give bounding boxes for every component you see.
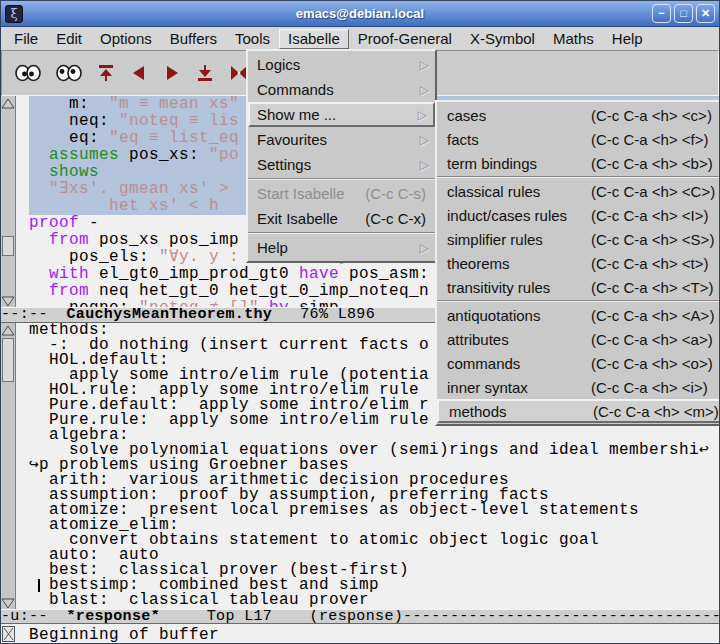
menu-item-shortcut: (C-c C-a <h> <a>) bbox=[591, 331, 713, 348]
modeline-flags: --:-- bbox=[1, 307, 66, 323]
submenu-item-attributes[interactable]: attributes(C-c C-a <h> <a>) bbox=[437, 327, 720, 351]
menu-item-label: methods bbox=[449, 403, 507, 420]
menu-separator bbox=[437, 300, 720, 302]
scroll-up-icon[interactable] bbox=[1, 323, 15, 336]
scrollbar-thumb[interactable] bbox=[2, 338, 14, 382]
menu-item-label: theorems bbox=[447, 255, 510, 272]
menu-item-label: term bindings bbox=[447, 155, 537, 172]
menu-item-shortcut: (C-c C-a <h> <A>) bbox=[591, 307, 714, 324]
submenu-arrow-icon: ▷ bbox=[420, 158, 431, 172]
scroll-up-icon[interactable] bbox=[1, 96, 15, 109]
menu-item-shortcut: (C-c C-a <h> <t>) bbox=[591, 255, 709, 272]
menu-item-logics[interactable]: Logics▷ bbox=[248, 52, 435, 77]
menubar-item-buffers[interactable]: Buffers bbox=[161, 29, 226, 49]
menu-item-label: Commands bbox=[257, 81, 334, 98]
menubar-item-tools[interactable]: Tools bbox=[226, 29, 279, 49]
menu-item-label: simplifier rules bbox=[447, 231, 543, 248]
menu-item-label: Exit Isabelle bbox=[257, 210, 338, 227]
submenu-item-simplifier-rules[interactable]: simplifier rules(C-c C-a <h> <S>) bbox=[437, 227, 720, 251]
menubar-item-help[interactable]: Help bbox=[603, 29, 652, 49]
menubar-item-maths[interactable]: Maths bbox=[544, 29, 603, 49]
menu-item-shortcut: (C-c C-a <h> <m>) bbox=[593, 403, 719, 420]
submenu-item-antiquotations[interactable]: antiquotations(C-c C-a <h> <A>) bbox=[437, 303, 720, 327]
titlebar[interactable]: ξ emacs@debian.local − □ ✕ bbox=[1, 1, 719, 27]
menu-item-shortcut: (C-c C-a <h> <c>) bbox=[591, 107, 712, 124]
goto-start-button[interactable] bbox=[96, 63, 116, 83]
menubar: FileEditOptionsBuffersToolsIsabelleProof… bbox=[1, 27, 719, 50]
menubar-item-file[interactable]: File bbox=[5, 29, 47, 49]
menu-item-label: Start Isabelle bbox=[257, 185, 345, 202]
menu-item-label: classical rules bbox=[447, 183, 540, 200]
window-title: emacs@debian.local bbox=[1, 6, 719, 21]
menu-item-commands[interactable]: Commands▷ bbox=[248, 77, 435, 102]
modeline-position: 76% L896 bbox=[272, 307, 375, 323]
text-cursor bbox=[38, 579, 40, 592]
scrollbar-thumb[interactable] bbox=[2, 236, 14, 256]
menu-item-label: Settings bbox=[257, 156, 311, 173]
script-scrollbar[interactable] bbox=[1, 96, 16, 307]
menu-item-settings[interactable]: Settings▷ bbox=[248, 152, 435, 177]
buffer-name: *response* bbox=[66, 609, 160, 624]
menu-item-favourites[interactable]: Favourites▷ bbox=[248, 127, 435, 152]
scroll-down-icon[interactable] bbox=[1, 294, 15, 307]
scroll-down-icon[interactable] bbox=[1, 596, 15, 609]
submenu-item-classical-rules[interactable]: classical rules(C-c C-a <h> <C>) bbox=[437, 179, 720, 203]
menu-item-label: cases bbox=[447, 107, 486, 124]
show-output-icon[interactable] bbox=[14, 64, 42, 82]
submenu-arrow-icon: ▷ bbox=[420, 83, 431, 97]
menu-item-label: Show me ... bbox=[257, 106, 336, 123]
submenu-item-cases[interactable]: cases(C-c C-a <h> <c>) bbox=[437, 103, 720, 127]
next-step-button[interactable] bbox=[162, 63, 182, 83]
submenu-arrow-icon: ▷ bbox=[418, 108, 429, 122]
menu-separator bbox=[437, 176, 720, 178]
menu-item-label: antiquotations bbox=[447, 307, 540, 324]
submenu-item-theorems[interactable]: theorems(C-c C-a <h> <t>) bbox=[437, 251, 720, 275]
echo-area[interactable]: Beginning of buffer bbox=[1, 624, 719, 643]
buffer-name: CauchysMeanTheorem.thy bbox=[66, 307, 272, 323]
menubar-item-options[interactable]: Options bbox=[91, 29, 161, 49]
menu-item-shortcut: (C-c C-a <h> <T>) bbox=[591, 279, 714, 296]
response-scrollbar[interactable] bbox=[1, 323, 16, 609]
isabelle-menu: Logics▷Commands▷Show me ...▷Favourites▷S… bbox=[246, 49, 437, 263]
submenu-item-transitivity-rules[interactable]: transitivity rules(C-c C-a <h> <T>) bbox=[437, 275, 720, 299]
maximize-button[interactable]: □ bbox=[674, 4, 693, 23]
menu-item-label: facts bbox=[447, 131, 479, 148]
minimize-button[interactable]: − bbox=[652, 4, 671, 23]
submenu-item-facts[interactable]: facts(C-c C-a <h> <f>) bbox=[437, 127, 720, 151]
menu-item-exit-isabelle[interactable]: Exit Isabelle(C-c C-x) bbox=[248, 206, 435, 231]
submenu-arrow-icon: ▷ bbox=[420, 58, 431, 72]
close-button[interactable]: ✕ bbox=[696, 4, 715, 23]
submenu-item-term-bindings[interactable]: term bindings(C-c C-a <h> <b>) bbox=[437, 151, 720, 175]
menu-item-shortcut: (C-c C-a <h> <f>) bbox=[591, 131, 709, 148]
menu-item-label: induct/cases rules bbox=[447, 207, 567, 224]
show-me-submenu: cases(C-c C-a <h> <c>)facts(C-c C-a <h> … bbox=[435, 100, 720, 426]
menu-item-shortcut: (C-c C-a <h> <S>) bbox=[591, 231, 714, 248]
menu-item-label: Logics bbox=[257, 56, 300, 73]
menu-separator bbox=[248, 178, 435, 180]
submenu-arrow-icon: ▷ bbox=[420, 241, 431, 255]
menu-item-shortcut: (C-c C-s) bbox=[365, 185, 431, 202]
submenu-item-commands[interactable]: commands(C-c C-a <h> <o>) bbox=[437, 351, 720, 375]
modeline-flags: -u:-- bbox=[1, 609, 66, 624]
goto-end-button[interactable] bbox=[195, 63, 215, 83]
menu-item-label: inner syntax bbox=[447, 379, 528, 396]
menubar-item-proof-general[interactable]: Proof-General bbox=[349, 29, 461, 49]
submenu-item-methods[interactable]: methods(C-c C-a <h> <m>) bbox=[437, 399, 720, 423]
submenu-item-inner-syntax[interactable]: inner syntax(C-c C-a <h> <i>) bbox=[437, 375, 720, 399]
menu-item-label: commands bbox=[447, 355, 520, 372]
menubar-item-x-symbol[interactable]: X-Symbol bbox=[461, 29, 544, 49]
menu-item-label: Help bbox=[257, 239, 288, 256]
menu-item-help[interactable]: Help▷ bbox=[248, 235, 435, 260]
menubar-item-isabelle[interactable]: Isabelle bbox=[279, 29, 349, 49]
undo-step-button[interactable] bbox=[129, 63, 149, 83]
menu-item-label: transitivity rules bbox=[447, 279, 550, 296]
menu-item-shortcut: (C-c C-a <h> <C>) bbox=[591, 183, 715, 200]
menu-item-shortcut: (C-c C-x) bbox=[365, 210, 431, 227]
menu-item-shortcut: (C-c C-a <h> <I>) bbox=[591, 207, 709, 224]
menubar-item-edit[interactable]: Edit bbox=[47, 29, 91, 49]
menu-item-show-me[interactable]: Show me ...▷ bbox=[248, 102, 435, 127]
menu-item-label: attributes bbox=[447, 331, 509, 348]
submenu-item-induct-cases-rules[interactable]: induct/cases rules(C-c C-a <h> <I>) bbox=[437, 203, 720, 227]
find-theorems-icon[interactable] bbox=[55, 64, 83, 82]
menu-separator bbox=[248, 232, 435, 234]
